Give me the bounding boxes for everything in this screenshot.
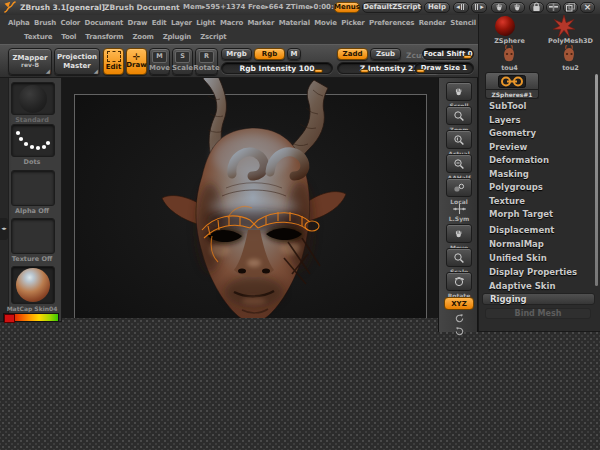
menu-item[interactable]: Zoom [132, 33, 153, 41]
brush-preview-icon [19, 85, 47, 113]
palette-section-displacement[interactable]: Displacement [479, 224, 595, 236]
edit-button[interactable]: Edit [103, 48, 124, 75]
menu-item[interactable]: Alpha [8, 19, 30, 27]
palette-section-geometry[interactable]: Geometry [479, 127, 595, 139]
menu-item[interactable]: Render [419, 19, 446, 27]
menu-item[interactable]: Picker [341, 19, 364, 27]
mrgb-button[interactable]: Mrgb [221, 48, 252, 60]
scroll-button[interactable]: Scroll [445, 82, 473, 109]
slider-handle[interactable] [416, 69, 425, 73]
slider-handle[interactable] [463, 55, 472, 59]
menu-item[interactable]: Movie [314, 19, 337, 27]
scale-viewport-button[interactable]: Scale [445, 248, 473, 275]
menus-button[interactable]: Menus [334, 2, 360, 13]
scale-button[interactable]: S Scale [172, 48, 193, 75]
draw-size-label: Draw Size 1 [421, 64, 467, 72]
projection-master-button[interactable]: Projection Master ◢ [54, 48, 100, 75]
palette-section-texture[interactable]: Texture [479, 195, 595, 207]
palette-section-layers[interactable]: Layers [479, 114, 595, 126]
current-alpha-button[interactable] [11, 170, 55, 206]
hand-left-button[interactable] [491, 2, 507, 13]
tray-divider-handle[interactable]: ◂▸ [0, 218, 8, 240]
zscript-prev-button[interactable]: ◂ [453, 2, 469, 13]
focal-shift-slider[interactable]: Focal Shift 0 [422, 48, 474, 60]
menu-item[interactable]: Tool [61, 33, 76, 41]
menu-item[interactable]: Edit [152, 19, 167, 27]
menu-item[interactable]: Zplugin [163, 33, 191, 41]
rgb-button[interactable]: Rgb [254, 48, 285, 60]
current-texture-button[interactable] [11, 218, 55, 254]
rotate-viewport-button[interactable]: Rotate [445, 272, 473, 299]
move-viewport-button[interactable]: Move [445, 224, 473, 251]
menu-item[interactable]: Brush [34, 19, 56, 27]
menu-item[interactable]: Document [85, 19, 124, 27]
menu-item[interactable]: Zscript [200, 33, 226, 41]
tool-zsphere-button[interactable] [495, 16, 515, 36]
current-brush-button[interactable] [11, 82, 55, 115]
local-button[interactable]: Local [445, 178, 473, 205]
palette-section-deformation[interactable]: Deformation [479, 154, 595, 166]
draw-button[interactable]: ✛ Draw [126, 48, 147, 75]
rotate-button[interactable]: R Rotate [195, 48, 218, 75]
draw-size-slider[interactable]: Draw Size 1 [414, 62, 474, 74]
active-color-swatch[interactable] [4, 314, 15, 323]
hand-right-button[interactable] [509, 2, 525, 13]
spin-y-button[interactable] [445, 313, 473, 324]
move-button[interactable]: M Move [149, 48, 170, 75]
magnifier-icon [453, 158, 465, 170]
palette-section-unified-skin[interactable]: Unified Skin [479, 252, 595, 264]
menu-item[interactable]: Draw [128, 19, 148, 27]
layout-button[interactable] [563, 2, 578, 13]
spin-z-button[interactable] [445, 326, 473, 337]
m-button[interactable]: M [287, 48, 301, 60]
slider-handle[interactable] [314, 69, 323, 73]
spin-arrow-icon [454, 313, 465, 324]
lock-button[interactable] [529, 2, 544, 13]
zadd-button[interactable]: Zadd [337, 48, 368, 60]
palette-section-subtool[interactable]: SubTool [479, 100, 595, 112]
default-zscript-button[interactable]: DefaultZScript [362, 2, 422, 13]
xyz-button[interactable]: XYZ [445, 297, 473, 310]
palette-section-display-properties[interactable]: Display Properties [479, 266, 595, 278]
menu-item[interactable]: Macro [220, 19, 243, 27]
zscript-next-button[interactable]: ▸ [471, 2, 487, 13]
palette-section-preview[interactable]: Preview [479, 141, 595, 153]
zsub-button[interactable]: Zsub [370, 48, 401, 60]
palette-section-rigging[interactable]: Rigging [482, 293, 595, 305]
document-canvas[interactable] [62, 78, 438, 318]
palette-section-normalmap[interactable]: NormalMap [479, 238, 595, 250]
help-button[interactable]: Help [424, 2, 450, 13]
aahalf-button[interactable]: AAHalf [445, 154, 473, 181]
menu-item[interactable]: Marker [248, 19, 275, 27]
menu-item[interactable]: Transform [85, 33, 123, 41]
brush-label: Standard [4, 116, 60, 124]
slider-handle[interactable] [360, 69, 369, 73]
menu-item[interactable]: Layer [171, 19, 192, 27]
palette-section-adaptive-skin[interactable]: Adaptive Skin [479, 280, 595, 292]
tray-scrollbar[interactable] [595, 74, 598, 286]
menu-item[interactable]: Color [60, 19, 80, 27]
bind-mesh-button[interactable]: Bind Mesh [485, 308, 591, 319]
palette-section-morph-target[interactable]: Morph Target [479, 208, 595, 220]
zmapper-button[interactable]: ZMapper rev-B ◢ [8, 48, 52, 75]
actual-button[interactable]: Actual [445, 130, 473, 157]
app-title: ZBrush 3.1[general] [20, 3, 105, 12]
palette-section-polygroups[interactable]: Polygroups [479, 181, 595, 193]
selected-tool-button[interactable] [485, 72, 539, 90]
rgb-intensity-slider[interactable]: Rgb Intensity 100 [221, 62, 333, 74]
palette-section-masking[interactable]: Masking [479, 168, 595, 180]
lsym-button[interactable]: L.Sym [445, 204, 473, 222]
divider-button[interactable] [546, 2, 561, 13]
local-pivot-icon [453, 182, 465, 194]
menu-item[interactable]: Stencil [450, 19, 476, 27]
left-tray-divider[interactable] [0, 78, 9, 321]
close-button[interactable]: × [580, 2, 595, 13]
menu-item[interactable]: Preferences [369, 19, 414, 27]
zoom-button[interactable]: Zoom [445, 106, 473, 133]
texture-label: Texture Off [4, 255, 60, 263]
menu-item[interactable]: Texture [24, 33, 52, 41]
menu-item[interactable]: Material [279, 19, 310, 27]
current-material-button[interactable] [11, 266, 55, 304]
current-stroke-button[interactable] [11, 124, 55, 157]
menu-item[interactable]: Light [196, 19, 215, 27]
